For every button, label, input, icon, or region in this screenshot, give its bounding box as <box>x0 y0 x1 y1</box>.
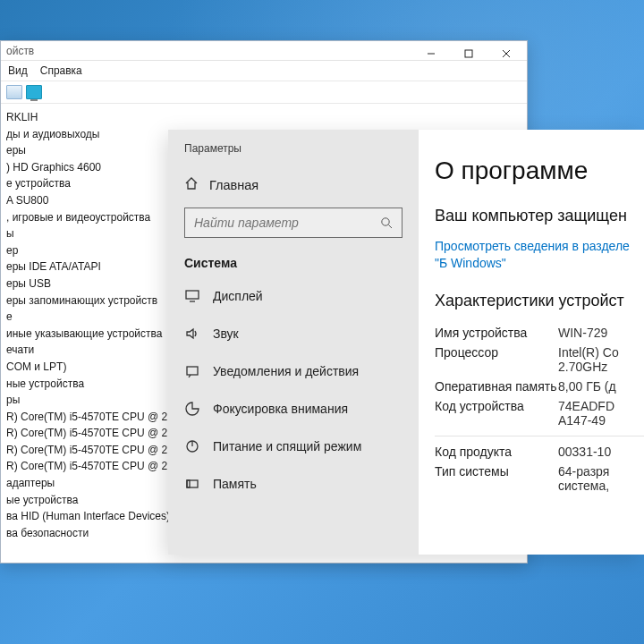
sidebar-item-label: Звук <box>213 326 239 341</box>
spec-device-name: Имя устройства WIN-729 <box>435 323 644 343</box>
divider <box>435 436 644 436</box>
notifications-icon <box>184 363 200 379</box>
svg-rect-11 <box>187 480 198 487</box>
about-heading: О программе <box>435 157 644 185</box>
sidebar-item-display[interactable]: Дисплей <box>168 277 419 315</box>
sidebar-item-power[interactable]: Питание и спящий режим <box>168 428 419 465</box>
svg-rect-8 <box>187 367 198 375</box>
sidebar-item-label: Память <box>213 477 257 491</box>
system-header: Система <box>168 250 419 277</box>
search-input[interactable] <box>194 216 380 230</box>
toolbar-scan-icon[interactable] <box>26 85 42 99</box>
settings-search[interactable] <box>184 208 402 238</box>
sidebar-item-label: Дисплей <box>213 289 263 303</box>
sidebar-item-sound[interactable]: Звук <box>168 315 419 352</box>
security-link[interactable]: Просмотреть сведения в разделе "Б Window… <box>435 238 644 272</box>
svg-rect-6 <box>186 291 199 299</box>
sidebar-item-notifications[interactable]: Уведомления и действия <box>168 352 419 390</box>
spec-system-type: Тип системы 64-разрясистема, <box>435 462 644 496</box>
settings-content: О программе Ваш компьютер защищен Просмо… <box>419 130 644 555</box>
menu-help[interactable]: Справка <box>40 64 82 77</box>
display-icon <box>184 288 200 304</box>
focus-icon <box>184 401 200 417</box>
sidebar-item-label: Фокусировка внимания <box>213 402 348 416</box>
storage-icon <box>184 476 200 492</box>
svg-rect-12 <box>187 480 190 487</box>
devmgr-titlebar <box>412 41 527 66</box>
spec-device-id: Код устройства 74EADFDA147-49 <box>435 396 644 430</box>
spec-product-id: Код продукта 00331-10 <box>435 442 644 462</box>
settings-title: Параметры <box>168 139 419 167</box>
toolbar-properties-icon[interactable] <box>6 85 22 99</box>
devmgr-toolbar <box>1 80 527 104</box>
sidebar-item-memory[interactable]: Память <box>168 465 419 503</box>
spec-ram: Оперативная память 8,00 ГБ (д <box>435 377 644 396</box>
device-tree-item[interactable]: RKLIH <box>6 109 523 126</box>
settings-sidebar: Параметры Главная Система Дисплей Звук У… <box>168 130 419 555</box>
svg-rect-1 <box>465 50 472 57</box>
svg-point-4 <box>382 218 389 225</box>
sidebar-home[interactable]: Главная <box>168 167 419 202</box>
close-button[interactable] <box>487 43 525 64</box>
svg-line-5 <box>389 225 393 229</box>
home-icon <box>184 176 199 193</box>
minimize-button[interactable] <box>412 43 450 64</box>
search-icon <box>380 216 393 229</box>
menu-view[interactable]: Вид <box>8 64 28 77</box>
spec-cpu: Процессор Intel(R) Co2.70GHz <box>435 343 644 377</box>
sidebar-home-label: Главная <box>209 178 258 192</box>
protection-status: Ваш компьютер защищен <box>435 207 644 225</box>
settings-window: Параметры Главная Система Дисплей Звук У… <box>168 130 644 555</box>
sidebar-item-label: Уведомления и действия <box>213 364 359 378</box>
maximize-button[interactable] <box>450 43 487 64</box>
specs-heading: Характеристики устройст <box>435 292 644 310</box>
sidebar-item-label: Питание и спящий режим <box>213 439 361 453</box>
power-icon <box>184 438 200 454</box>
sidebar-item-focus[interactable]: Фокусировка внимания <box>168 390 419 428</box>
sound-icon <box>184 326 200 342</box>
